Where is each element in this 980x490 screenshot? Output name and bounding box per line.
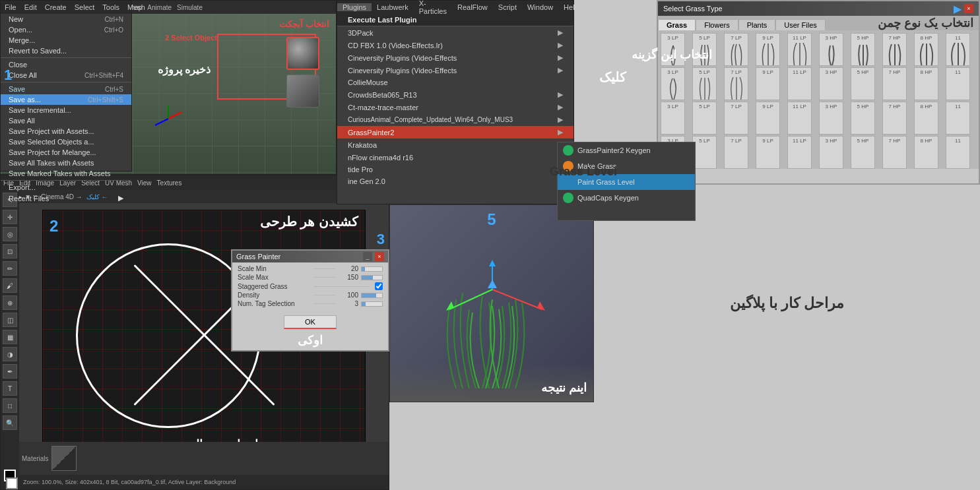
plugin-grasspainter2[interactable]: GrassPainter2▶ <box>337 126 573 138</box>
grass-cell[interactable]: 11 LP <box>787 33 812 66</box>
menu-laubwerk[interactable]: Laubwerk <box>372 3 414 11</box>
menu-item-new[interactable]: NewCtrl+N <box>1 14 131 24</box>
grass-cell[interactable]: 7 HP <box>882 102 907 135</box>
tool-pen[interactable]: ✒ <box>3 364 17 379</box>
plugin-nflow[interactable]: nFlow cinema4d r16▶ <box>337 151 573 164</box>
tool-type[interactable]: T <box>3 381 17 396</box>
grass-cell[interactable]: 7 LP <box>724 67 748 100</box>
grass-cell[interactable]: 7 LP <box>724 33 748 66</box>
menu-mesh[interactable]: Mesh <box>123 3 149 11</box>
gp-minimize[interactable]: _ <box>363 252 372 261</box>
plugin-cdfbx[interactable]: CD FBX 1.0 (Video-Effects.Ir)▶ <box>337 39 573 51</box>
tool-dodge[interactable]: ◑ <box>3 347 17 361</box>
grass-cell[interactable]: 11 <box>946 102 970 135</box>
grass-cell[interactable]: 5 HP <box>851 102 875 135</box>
plugin-krakatoa[interactable]: Krakatoa▶ <box>337 138 573 151</box>
gp-density-slider[interactable] <box>361 293 383 298</box>
grass-cell[interactable]: 9 LP <box>756 33 780 66</box>
tab-flowers[interactable]: Flowers <box>696 19 738 30</box>
grass-cell[interactable]: 5 LP <box>692 102 717 135</box>
plugin-tide[interactable]: tide Pro <box>337 164 573 175</box>
menu-xparticles[interactable]: X-Particles <box>414 0 452 15</box>
menu-item-save[interactable]: SaveCtrl+S <box>1 84 131 94</box>
grass-cell[interactable]: 9 LP <box>756 67 780 100</box>
menu-realflow[interactable]: RealFlow <box>452 3 493 11</box>
plugin-ine[interactable]: ine Gen 2.0 <box>337 175 573 187</box>
menu-item-save-selected[interactable]: Save Selected Objects a... <box>1 137 131 147</box>
grass-cell[interactable]: 7 HP <box>882 67 907 100</box>
tool-eraser[interactable]: ◫ <box>3 313 17 327</box>
tool-brush[interactable]: 🖌 <box>3 278 17 293</box>
color-bg[interactable] <box>6 477 18 489</box>
menu-create[interactable]: Create <box>41 3 71 11</box>
grass-cell[interactable]: 3 HP <box>819 67 843 100</box>
tab-user-files[interactable]: User Files <box>775 19 826 30</box>
grass-cell[interactable]: 11 <box>946 67 970 100</box>
tool-eyedrop[interactable]: ✏ <box>3 261 17 276</box>
submenu-quad-caps[interactable]: QuadCaps Keygen <box>558 190 695 206</box>
menu-item-export[interactable]: Export... <box>1 182 131 193</box>
gp-scale-max-slider[interactable] <box>361 275 383 280</box>
plugin-curious[interactable]: CuriousAnimal_Complete_Updated_Win64_Onl… <box>337 113 573 126</box>
tool-clone[interactable]: ⊕ <box>3 295 17 310</box>
menu-help[interactable]: Help <box>558 3 584 11</box>
grass-cell[interactable]: 8 HP <box>914 136 938 169</box>
menu-item-recent[interactable]: Recent Files▶ <box>1 193 131 204</box>
menu-item-save-project[interactable]: Save Project with Assets... <box>1 126 131 137</box>
menu-edit[interactable]: Edit <box>20 3 41 11</box>
plugin-colliemouse[interactable]: CollieMouse <box>337 77 573 88</box>
grass-cell[interactable]: 3 LP <box>661 67 685 100</box>
menu-tools[interactable]: Tools <box>98 3 123 11</box>
submenu-keygen[interactable]: GrassPainter2 Keygen <box>558 142 695 158</box>
grass-cell[interactable]: 3 HP <box>819 102 843 135</box>
menu-item-save-marked[interactable]: Save Marked Takes with Assets <box>1 168 131 179</box>
toolbar-animate[interactable]: Animate <box>147 4 172 11</box>
grass-cell[interactable]: 7 LP <box>724 136 748 169</box>
grass-cell[interactable]: 8 HP <box>914 33 938 66</box>
gp-num-tag-slider[interactable] <box>361 301 383 307</box>
grass-cell[interactable]: 7 HP <box>882 33 907 66</box>
menu-item-merge[interactable]: Merge... <box>1 35 131 46</box>
grass-cell[interactable]: 3 HP <box>819 33 843 66</box>
grass-cell[interactable]: 5 LP <box>692 67 717 100</box>
menu-window[interactable]: Window <box>522 3 558 11</box>
grass-cell[interactable]: 11 LP <box>787 136 812 169</box>
menu-item-save-inc[interactable]: Save Incremental... <box>1 105 131 115</box>
tab-grass[interactable]: Grass <box>658 19 696 30</box>
menu-item-save-all[interactable]: Save All <box>1 115 131 126</box>
grass-cell[interactable]: 3 HP <box>819 136 843 169</box>
grass-cell[interactable]: 5 LP <box>692 136 717 169</box>
menu-item-save-as[interactable]: Save as...Ctrl+Shift+S <box>1 94 131 105</box>
grass-cell[interactable]: 11 <box>946 33 970 66</box>
tool-gradient[interactable]: ▦ <box>3 330 17 344</box>
grass-cell[interactable]: 11 LP <box>787 67 812 100</box>
tool-crop[interactable]: ⊡ <box>3 244 17 259</box>
gp-ok-button[interactable]: OK <box>284 315 337 329</box>
grass-cell[interactable]: 8 HP <box>914 67 938 100</box>
gp-close[interactable]: × <box>375 252 384 261</box>
tab-plants[interactable]: Plants <box>738 19 776 30</box>
menu-item-save-takes[interactable]: Save All Takes with Assets <box>1 158 131 168</box>
grass-cell[interactable]: 11 <box>946 136 970 169</box>
grass-cell[interactable]: 5 HP <box>851 136 875 169</box>
tool-lasso[interactable]: ◎ <box>3 227 17 241</box>
menu-script[interactable]: Script <box>493 3 522 11</box>
plugin-ct-maze[interactable]: Ct-maze-trace-master▶ <box>337 101 573 113</box>
grass-cell[interactable]: 9 LP <box>756 102 780 135</box>
plugin-crowds[interactable]: CrowdsBeta065_R13▶ <box>337 88 573 101</box>
menu-item-close-all[interactable]: Close AllCtrl+Shift+F4 <box>1 70 131 80</box>
menu-item-revert[interactable]: Revert to Saved... <box>1 46 131 56</box>
toolbar-simulate[interactable]: Simulate <box>177 4 203 11</box>
plugin-cineversity2[interactable]: Cineversity Plugins (Video-Effects▶ <box>337 64 573 77</box>
tool-move[interactable]: ✛ <box>3 210 17 224</box>
menu-item-save-melange[interactable]: Save Project for Melange... <box>1 147 131 158</box>
gp-staggered-checkbox[interactable] <box>375 282 383 290</box>
gp-scale-min-slider[interactable] <box>361 266 383 272</box>
editor-view[interactable]: View <box>137 179 152 187</box>
menu-item-close[interactable]: Close <box>1 59 131 70</box>
menu-select[interactable]: Select <box>71 3 99 11</box>
menu-plugins[interactable]: Plugins <box>337 3 372 11</box>
grass-cell[interactable]: 9 LP <box>756 136 780 169</box>
grass-cell[interactable]: 3 LP <box>661 102 685 135</box>
close-button[interactable]: × <box>964 4 973 13</box>
